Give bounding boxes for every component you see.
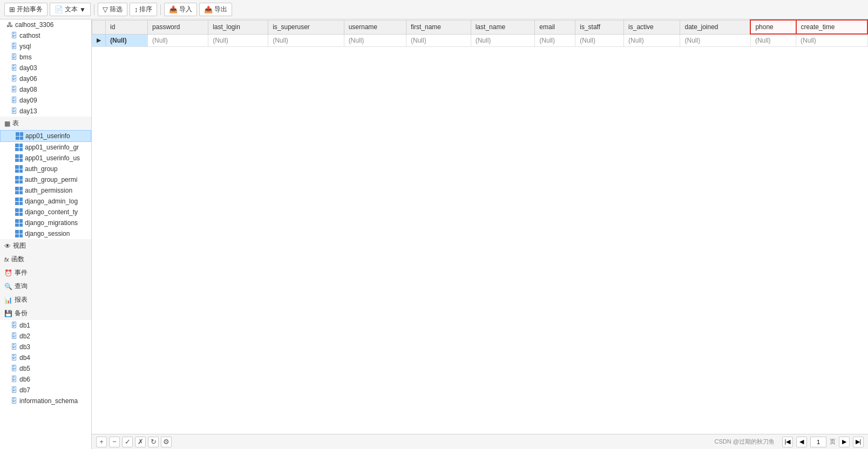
text-dropdown-icon: ▼ xyxy=(79,6,86,13)
col-username[interactable]: username xyxy=(344,20,406,34)
sort-button[interactable]: ↕ 排序 xyxy=(130,3,158,16)
cell-first-name[interactable]: (Null) xyxy=(406,34,471,47)
sidebar-item-django-session[interactable]: django_session xyxy=(0,228,91,239)
db-icon: 🗄 xyxy=(11,32,17,39)
sidebar-item-auth-permission[interactable]: auth_permission xyxy=(0,185,91,196)
cell-email[interactable]: (Null) xyxy=(535,34,575,47)
settings-button[interactable]: ⚙ xyxy=(161,437,172,447)
table-row[interactable]: ▶ (Null) (Null) (Null) (Null) (Null) (Nu… xyxy=(92,34,868,47)
sidebar-item-auth-group[interactable]: auth_group xyxy=(0,164,91,174)
sidebar-item-day13[interactable]: 🗄 day13 xyxy=(0,106,91,117)
export-button[interactable]: 📤 导出 xyxy=(199,3,232,16)
sidebar-item-day09[interactable]: 🗄 day09 xyxy=(0,95,91,106)
col-password[interactable]: password xyxy=(148,20,208,34)
sidebar-item-label: day06 xyxy=(19,75,37,83)
bottom-pagination: CSDN @过期的秋刀鱼 |◀ ◀ 页 ▶ ▶| xyxy=(715,437,864,447)
pagination-next-button[interactable]: ▶ xyxy=(839,437,850,447)
cell-create-time[interactable]: (Null) xyxy=(796,34,867,47)
page-number-input[interactable] xyxy=(810,437,826,447)
sidebar-item-app01-userinfo[interactable]: app01_userinfo xyxy=(0,130,91,142)
sidebar-item-label: app01_userinfo_us xyxy=(25,154,80,162)
sidebar-item-localhost[interactable]: 🖧 calhost_3306 xyxy=(0,19,91,30)
col-create-time[interactable]: create_time xyxy=(796,20,867,34)
cell-is-active[interactable]: (Null) xyxy=(624,34,680,47)
col-phone[interactable]: phone xyxy=(750,20,796,34)
section-reports-label: 报表 xyxy=(15,295,28,304)
cancel-row-button[interactable]: ✗ xyxy=(135,437,146,447)
sidebar-item-db5[interactable]: 🗄 db5 xyxy=(0,363,91,374)
cell-password[interactable]: (Null) xyxy=(148,34,208,47)
col-last-login[interactable]: last_login xyxy=(208,20,268,34)
data-table: id password last_login is_superuser user… xyxy=(92,19,868,47)
filter-button[interactable]: ▽ 筛选 xyxy=(98,3,127,16)
sidebar-item-label: day08 xyxy=(19,86,37,93)
confirm-button[interactable]: ✓ xyxy=(122,437,133,447)
cell-last-name[interactable]: (Null) xyxy=(471,34,535,47)
export-icon: 📤 xyxy=(204,5,213,13)
cell-is-superuser[interactable]: (Null) xyxy=(268,34,344,47)
sidebar-item-django-migrations[interactable]: django_migrations xyxy=(0,217,91,228)
cell-phone[interactable]: (Null) xyxy=(750,34,796,47)
sidebar-item-db1[interactable]: 🗄 db1 xyxy=(0,320,91,331)
table-grid-icon xyxy=(15,198,23,205)
sidebar-item-app01-userinfo-gr[interactable]: app01_userinfo_gr xyxy=(0,142,91,153)
col-is-superuser[interactable]: is_superuser xyxy=(268,20,344,34)
col-last-name[interactable]: last_name xyxy=(471,20,535,34)
cell-is-staff[interactable]: (Null) xyxy=(575,34,624,47)
cell-last-login[interactable]: (Null) xyxy=(208,34,268,47)
sidebar-item-day06[interactable]: 🗄 day06 xyxy=(0,73,91,84)
sidebar-item-label: django_session xyxy=(25,230,70,237)
sidebar-item-db2[interactable]: 🗄 db2 xyxy=(0,331,91,342)
text-button[interactable]: 📄 文本 ▼ xyxy=(50,3,91,16)
pagination-last-button[interactable]: ▶| xyxy=(853,437,864,447)
prev-page-icon: ◀ xyxy=(799,438,804,445)
sidebar-item-cathost[interactable]: 🗄 cathost xyxy=(0,30,91,41)
pagination-prev-button[interactable]: ◀ xyxy=(796,437,807,447)
bottom-actions: + − ✓ ✗ ↻ ⚙ xyxy=(96,437,172,447)
sidebar-item-label: django_migrations xyxy=(25,219,78,227)
content-area: id password last_login is_superuser user… xyxy=(92,19,868,449)
cell-date-joined[interactable]: (Null) xyxy=(680,34,750,47)
col-date-joined[interactable]: date_joined xyxy=(680,20,750,34)
col-is-active[interactable]: is_active xyxy=(624,20,680,34)
row-indicator-header xyxy=(92,20,106,34)
import-button[interactable]: 📥 导入 xyxy=(164,3,197,16)
sidebar-item-django-content-ty[interactable]: django_content_ty xyxy=(0,207,91,217)
section-events: ⏰ 事件 xyxy=(0,266,91,280)
filter-label: 筛选 xyxy=(110,5,123,14)
table-grid-icon xyxy=(15,176,23,183)
sidebar-item-auth-group-permi[interactable]: auth_group_permi xyxy=(0,174,91,185)
table-wrapper[interactable]: id password last_login is_superuser user… xyxy=(92,19,868,434)
sidebar-item-day03[interactable]: 🗄 day03 xyxy=(0,63,91,73)
pagination-first-button[interactable]: |◀ xyxy=(782,437,793,447)
sidebar-item-label: bms xyxy=(19,53,32,61)
cell-id[interactable]: (Null) xyxy=(106,34,148,47)
db-icon: 🗄 xyxy=(11,64,17,72)
col-is-staff[interactable]: is_staff xyxy=(575,20,624,34)
sidebar-item-db4[interactable]: 🗄 db4 xyxy=(0,352,91,363)
sidebar-item-db6[interactable]: 🗄 db6 xyxy=(0,374,91,385)
section-queries: 🔍 查询 xyxy=(0,280,91,293)
sidebar-item-information-schema[interactable]: 🗄 information_schema xyxy=(0,396,91,406)
db-icon: 🗄 xyxy=(11,343,17,351)
add-row-button[interactable]: + xyxy=(96,437,107,447)
col-email[interactable]: email xyxy=(535,20,575,34)
sidebar-item-django-admin-log[interactable]: django_admin_log xyxy=(0,196,91,207)
first-page-icon: |◀ xyxy=(785,438,791,445)
delete-row-button[interactable]: − xyxy=(109,437,120,447)
sidebar-item-ysql[interactable]: 🗄 ysql xyxy=(0,41,91,52)
sidebar-item-app01-userinfo-us[interactable]: app01_userinfo_us xyxy=(0,153,91,164)
cell-username[interactable]: (Null) xyxy=(344,34,406,47)
col-id[interactable]: id xyxy=(106,20,148,34)
refresh-button[interactable]: ↻ xyxy=(148,437,159,447)
sidebar-item-day08[interactable]: 🗄 day08 xyxy=(0,84,91,95)
sidebar-item-bms[interactable]: 🗄 bms xyxy=(0,52,91,63)
table-grid-icon xyxy=(15,144,23,151)
sidebar-item-db3[interactable]: 🗄 db3 xyxy=(0,342,91,352)
start-task-button[interactable]: ⊞ 开始事务 xyxy=(4,3,48,16)
col-first-name[interactable]: first_name xyxy=(406,20,471,34)
views-icon: 👁 xyxy=(4,242,11,250)
sidebar-item-db7[interactable]: 🗄 db7 xyxy=(0,385,91,396)
bottom-bar: + − ✓ ✗ ↻ ⚙ CSDN @过期的秋刀鱼 xyxy=(92,434,868,449)
section-functions-label: 函数 xyxy=(11,255,24,264)
